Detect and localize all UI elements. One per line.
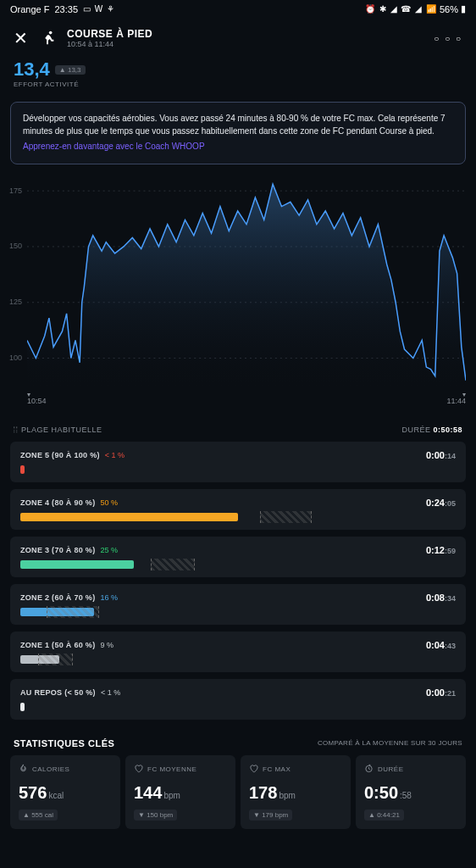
stat-trend: ▼ 150 bpm bbox=[134, 810, 177, 821]
stat-label: FC MOYENNE bbox=[147, 765, 196, 773]
effort-value: 13,4 bbox=[14, 58, 50, 81]
status-time: 23:35 bbox=[54, 4, 78, 14]
zone-bar bbox=[20, 608, 456, 616]
stat-trend: ▼ 179 bpm bbox=[249, 810, 292, 821]
zone-name: ZONE 1 (50 À 60 %) bbox=[20, 641, 95, 649]
zone-pct: < 1 % bbox=[101, 688, 120, 697]
zone-fill bbox=[20, 513, 238, 521]
zone-pct: 50 % bbox=[100, 498, 118, 507]
battery-icon: ▮ bbox=[461, 3, 466, 14]
effort-section: 13,4 ▲ 13,3 EFFORT ACTIVITÉ bbox=[0, 58, 476, 95]
activity-time-range: 10:54 à 11:44 bbox=[67, 40, 423, 48]
notif-icons: ▭ W ⚘ bbox=[83, 4, 115, 14]
zone-habitual-range bbox=[151, 559, 194, 570]
zone-card-0[interactable]: ZONE 5 (90 À 100 %)< 1 %0:00:14 bbox=[10, 442, 466, 482]
zone-pct: 16 % bbox=[100, 593, 118, 602]
zone-pct: < 1 % bbox=[105, 451, 125, 459]
zone-bar bbox=[20, 560, 456, 569]
stat-card-calories[interactable]: CALORIES576kcal▲ 555 cal bbox=[10, 755, 120, 829]
stat-label: CALORIES bbox=[32, 765, 69, 773]
system-icons: ⏰ ✱ ◢ ☎ ◢ 📶 bbox=[365, 4, 437, 14]
status-bar: Orange F 23:35 ▭ W ⚘ ⏰ ✱ ◢ ☎ ◢ 📶 56% ▮ bbox=[0, 0, 476, 18]
zone-name: ZONE 4 (80 À 90 %) bbox=[20, 498, 95, 507]
zone-time: 0:24:05 bbox=[426, 498, 456, 508]
zone-card-3[interactable]: ZONE 2 (60 À 70 %)16 %0:08:34 bbox=[10, 584, 466, 625]
chart-x-end: 11:44 bbox=[446, 397, 466, 405]
zone-bar bbox=[20, 655, 456, 664]
stat-value: 144 bbox=[134, 783, 162, 802]
chart-y-tick: 100 bbox=[3, 353, 22, 362]
habitual-range-label: ⦙⦙ PLAGE HABITUELLE bbox=[14, 426, 102, 435]
chart-y-tick: 175 bbox=[3, 186, 22, 195]
zone-card-2[interactable]: ZONE 3 (70 À 80 %)25 %0:12:59 bbox=[10, 537, 466, 577]
zone-bar bbox=[20, 465, 456, 474]
zone-habitual-range bbox=[47, 606, 99, 618]
zone-time: 0:08:34 bbox=[426, 593, 456, 603]
stats-header: STATISTIQUES CLÉS COMPARÉ À LA MOYENNE S… bbox=[0, 726, 476, 755]
stat-unit: :58 bbox=[400, 791, 412, 800]
zone-card-5[interactable]: AU REPOS (< 50 %)< 1 %0:00:21 bbox=[10, 679, 466, 720]
stat-unit: bpm bbox=[279, 791, 295, 800]
zone-time: 0:12:59 bbox=[426, 545, 456, 555]
stat-card-fc-moyenne[interactable]: FC MOYENNE144bpm▼ 150 bpm bbox=[125, 755, 235, 829]
stat-value: 0:50 bbox=[364, 783, 398, 802]
zone-habitual-range bbox=[260, 511, 313, 523]
stat-card-durée[interactable]: DURÉE0:50:58▲ 0:44:21 bbox=[356, 755, 466, 829]
stat-unit: bpm bbox=[163, 791, 180, 800]
hr-chart[interactable]: ▾ ▾ 10:54 11:44 100125150175 bbox=[3, 171, 473, 417]
zone-card-4[interactable]: ZONE 1 (50 À 60 %)9 %0:04:43 bbox=[10, 632, 466, 672]
stat-value: 576 bbox=[19, 783, 47, 802]
effort-trend: ▲ 13,3 bbox=[55, 65, 86, 75]
zone-name: ZONE 3 (70 À 80 %) bbox=[20, 546, 95, 554]
heart-icon bbox=[134, 764, 143, 775]
stat-card-fc-max[interactable]: FC MAX178bpm▼ 179 bpm bbox=[241, 755, 351, 829]
effort-label: EFFORT ACTIVITÉ bbox=[14, 81, 462, 88]
zone-name: ZONE 2 (60 À 70 %) bbox=[20, 593, 95, 602]
zone-time: 0:00:21 bbox=[426, 687, 456, 698]
zone-fill bbox=[20, 560, 134, 569]
zone-time: 0:00:14 bbox=[426, 450, 456, 460]
stat-trend: ▲ 0:44:21 bbox=[364, 810, 404, 821]
activity-header: ✕ COURSE À PIED 10:54 à 11:44 ○ ○ ○ bbox=[0, 18, 476, 58]
zone-name: ZONE 5 (90 À 100 %) bbox=[20, 451, 100, 459]
activity-title: COURSE À PIED bbox=[67, 28, 423, 40]
close-icon[interactable]: ✕ bbox=[14, 28, 28, 48]
coach-learn-more-link[interactable]: Apprenez-en davantage avec le Coach WHOO… bbox=[23, 141, 453, 153]
stat-label: DURÉE bbox=[378, 765, 404, 773]
stat-value: 178 bbox=[249, 783, 277, 802]
zone-bar bbox=[20, 703, 456, 711]
more-icon[interactable]: ○ ○ ○ bbox=[434, 34, 462, 43]
zone-fill bbox=[20, 465, 25, 474]
heart-icon bbox=[249, 764, 258, 775]
stat-unit: kcal bbox=[48, 791, 64, 800]
duration-label: DURÉE 0:50:58 bbox=[401, 426, 462, 434]
zones-header: ⦙⦙ PLAGE HABITUELLE DURÉE 0:50:58 bbox=[0, 417, 476, 442]
zone-fill bbox=[20, 703, 25, 711]
coach-info-card[interactable]: Développer vos capacités aérobies. Vous … bbox=[10, 102, 466, 164]
stats-title: STATISTIQUES CLÉS bbox=[14, 738, 114, 748]
running-icon bbox=[38, 29, 57, 47]
carrier: Orange F bbox=[10, 4, 49, 14]
zone-name: AU REPOS (< 50 %) bbox=[20, 688, 96, 697]
stat-label: FC MAX bbox=[263, 765, 291, 773]
zone-pct: 9 % bbox=[100, 641, 113, 649]
chart-x-start: 10:54 bbox=[27, 397, 47, 405]
coach-info-text: Développer vos capacités aérobies. Vous … bbox=[23, 114, 446, 136]
flame-icon bbox=[19, 764, 28, 775]
zone-card-1[interactable]: ZONE 4 (80 À 90 %)50 %0:24:05 bbox=[10, 489, 466, 530]
zone-habitual-range bbox=[38, 654, 73, 665]
zone-pct: 25 % bbox=[100, 546, 118, 554]
stats-sub: COMPARÉ À LA MOYENNE SUR 30 JOURS bbox=[318, 739, 462, 747]
chart-y-tick: 125 bbox=[3, 298, 22, 306]
zone-bar bbox=[20, 513, 456, 521]
zone-time: 0:04:43 bbox=[426, 640, 456, 650]
chart-y-tick: 150 bbox=[3, 242, 22, 250]
clock-icon bbox=[364, 764, 374, 775]
battery: 56% bbox=[440, 4, 458, 14]
svg-point-0 bbox=[49, 31, 53, 35]
stat-trend: ▲ 555 cal bbox=[19, 810, 58, 821]
